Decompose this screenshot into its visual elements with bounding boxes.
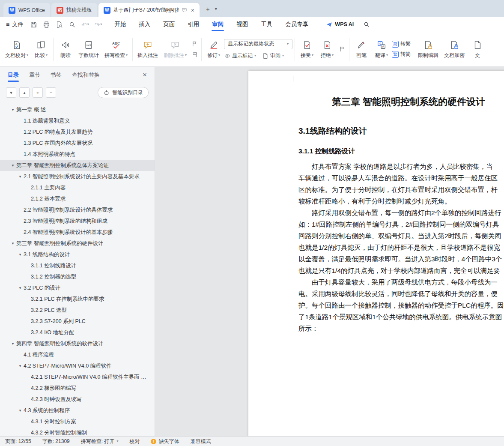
toc-item[interactable]: ▾第一章 概 述 [0, 104, 155, 115]
toc-item[interactable]: 4.3.1 分时控制方案 [0, 416, 155, 427]
toc-item[interactable]: 4.2.1 STEP7-Micro/WIN V4.0 编程软件主界面 … [0, 371, 155, 383]
undo-button[interactable]: ↶▾ [81, 21, 89, 28]
read-aloud-button[interactable]: 朗读 [56, 38, 75, 60]
toc-item[interactable]: 3.2.4 I/O 地址分配 [0, 327, 155, 338]
accept-revision-button[interactable]: 接受▾ [297, 38, 317, 60]
toc-collapse-arrow-icon[interactable]: ▾ [9, 163, 16, 168]
word-count-button[interactable]: 字数统计 [76, 38, 101, 60]
toc-item[interactable]: ▾4.3 系统的控制程序 [0, 405, 155, 416]
tab-wps-office[interactable]: W WPS Office [3, 3, 50, 17]
toc-item[interactable]: 4.2.2 梯形图的编写 [0, 383, 155, 394]
menu-tab-8[interactable]: 会员专享 [279, 17, 315, 32]
next-comment-button[interactable] [190, 51, 199, 58]
toc-zoom-out-button[interactable]: − [46, 87, 56, 98]
insert-comment-button[interactable]: 插入批注 [135, 38, 161, 60]
review-pane-button[interactable]: 审阅 ▾ [262, 52, 284, 60]
word-count-status[interactable]: 字数: 21309 [42, 438, 70, 445]
save-icon[interactable] [30, 21, 37, 28]
show-markup-button[interactable]: 显示标记 ▾ [224, 52, 256, 60]
toc-item[interactable]: 1.4 本照明系统的特点 [0, 149, 155, 160]
toc-item[interactable]: ▾第二章 智能照明控制系统总体方案论证 [0, 160, 155, 171]
file-menu[interactable]: ≡ 文件 [6, 21, 23, 28]
toc-item[interactable]: ▾3.1 线路结构的设计 [0, 249, 155, 260]
tab-list-chevron-icon[interactable]: ▾ [215, 6, 217, 11]
toc-item[interactable]: 4.2.3 时钟设置及读写 [0, 394, 155, 405]
clipped-ribbon-button[interactable]: 文 [468, 38, 487, 60]
tab-document-active[interactable]: W 基于西门子S7-200智能照明控 × [98, 3, 200, 17]
toc-item[interactable]: 3.1.2 控制器的选型 [0, 271, 155, 282]
toc-item[interactable]: 2.4 智能照明控制系统设计的基本步骤 [0, 227, 155, 238]
redo-button[interactable]: ↷▾ [95, 21, 102, 28]
print-icon[interactable] [43, 21, 50, 28]
to-traditional-button[interactable]: 简 转繁 [392, 40, 411, 48]
toc-item[interactable]: 3.2.3 S7-200 系列 PLC [0, 316, 155, 327]
to-simplified-button[interactable]: 繁 转简 [392, 51, 411, 58]
delete-comment-button[interactable]: 删除批注▾ [161, 38, 189, 60]
spellcheck-status[interactable]: 拼写检查: 打开 ▾ [81, 438, 119, 445]
toc-item[interactable]: 2.3 智能照明控制系统的结构和组成 [0, 216, 155, 227]
toc-zoom-in-button[interactable]: ＋ [33, 87, 43, 98]
toc-collapse-arrow-icon[interactable]: ▾ [17, 408, 24, 413]
toc-collapse-all-button[interactable]: ▴ [19, 87, 30, 98]
toc-collapse-arrow-icon[interactable]: ▾ [17, 364, 24, 368]
menu-tab-2[interactable]: 插入 [132, 17, 157, 32]
menu-tab-4[interactable]: 引用 [181, 17, 206, 32]
menu-tab-3[interactable]: 页面 [157, 17, 181, 32]
toc-collapse-arrow-icon[interactable]: ▾ [9, 341, 16, 346]
compat-mode-indicator[interactable]: 兼容模式 [190, 438, 211, 445]
menu-tab-6[interactable]: 视图 [230, 17, 254, 32]
new-tab-button[interactable]: + [206, 5, 210, 12]
previous-comment-button[interactable] [190, 40, 199, 48]
doc-proof-button[interactable]: 文档校对▾ [3, 38, 31, 60]
markup-state-select[interactable]: 显示标记的最终状态 ▾ [224, 39, 292, 49]
document-page[interactable]: 第三章 智能照明控制系统的硬件设计 3.1线路结构的设计 3.1.1 控制线路设… [248, 71, 504, 436]
next-revision-button[interactable] [337, 45, 347, 53]
translate-button[interactable]: 翻译▾ [372, 38, 391, 60]
toc-item[interactable]: ▾3.2 PLC 的设计 [0, 282, 155, 293]
find-replace-icon[interactable] [69, 21, 76, 28]
spell-check-button[interactable]: 拼写检查▾ [102, 38, 130, 60]
toc-item[interactable]: 2.1.2 基本要求 [0, 193, 155, 204]
toc-item[interactable]: 3.2.1 PLC 在控制系统中的要求 [0, 293, 155, 305]
toc-item[interactable]: 4.1 程序流程 [0, 349, 155, 360]
menu-tab-5[interactable]: 审阅 [206, 17, 230, 32]
sidebar-tab-bookmarks[interactable]: 书签 [51, 67, 62, 83]
toc-item[interactable]: ▾第四章 智能照明控制系统的软件设计 [0, 338, 155, 349]
wps-ai-button[interactable]: WPS AI [326, 21, 354, 28]
print-preview-icon[interactable] [56, 21, 63, 28]
toc-collapse-arrow-icon[interactable]: ▾ [17, 286, 24, 290]
toc-collapse-arrow-icon[interactable]: ▾ [9, 241, 16, 245]
track-changes-button[interactable]: 修订▾ [204, 38, 224, 60]
toc-collapse-arrow-icon[interactable]: ▾ [17, 252, 24, 257]
missing-font-warning[interactable]: ! 缺失字体 [151, 438, 179, 445]
proofread-button[interactable]: 校对 [129, 438, 140, 445]
toc-item[interactable]: 2.2 智能照明控制系统设计的具体要求 [0, 204, 155, 216]
search-icon[interactable] [363, 21, 370, 28]
smart-toc-button[interactable]: 智能识别目录 [98, 87, 149, 98]
restrict-editing-button[interactable]: 限制编辑 [415, 38, 441, 60]
sidebar-close-icon[interactable]: × [143, 71, 147, 79]
toc-item[interactable]: ▾2.1 智能照明控制系统设计的主要内容及基本要求 [0, 171, 155, 182]
toc-collapse-arrow-icon[interactable]: ▾ [17, 174, 24, 179]
tab-docer-template[interactable]: 稻 找稿壳模板 [51, 3, 97, 17]
tab-close-icon[interactable]: × [191, 7, 194, 14]
toc-item[interactable]: 3.2.2 PLC 选型 [0, 305, 155, 316]
ink-pen-button[interactable]: 画笔 [352, 38, 371, 60]
toc-item[interactable]: 1.2 PLC 的特点及其发展趋势 [0, 126, 155, 138]
page-indicator[interactable]: 页面: 12/55 [5, 438, 31, 445]
document-canvas[interactable]: 第三章 智能照明控制系统的硬件设计 3.1线路结构的设计 3.1.1 控制线路设… [155, 67, 504, 436]
toc-item[interactable]: 4.3.2 分时智能控制编制 [0, 427, 155, 436]
compare-button[interactable]: 比较▾ [31, 38, 51, 60]
toc-expand-all-button[interactable]: ▾ [6, 87, 16, 98]
menu-tab-1[interactable]: 开始 [108, 17, 132, 32]
toc-item[interactable]: 3.1.1 控制线路设计 [0, 260, 155, 271]
toc-item[interactable]: 2.1.1 主要内容 [0, 182, 155, 193]
sidebar-tab-toc[interactable]: 目录 [8, 67, 19, 83]
toc-item[interactable]: 1.1 选题背景和意义 [0, 115, 155, 126]
sidebar-tab-chapters[interactable]: 章节 [29, 67, 40, 83]
toc-item[interactable]: ▾第三章 智能照明控制系统的硬件设计 [0, 238, 155, 249]
menu-tab-7[interactable]: 工具 [254, 17, 279, 32]
toc-item[interactable]: 1.3 PLC 在国内外的发展状况 [0, 138, 155, 149]
reject-revision-button[interactable]: 拒绝▾ [317, 38, 337, 60]
toc-collapse-arrow-icon[interactable]: ▾ [9, 108, 16, 112]
